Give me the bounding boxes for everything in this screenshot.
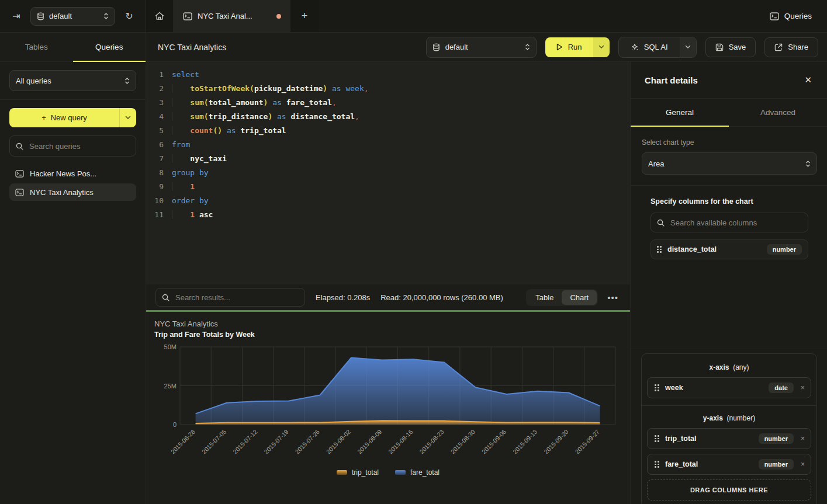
more-options-icon[interactable]: ••• xyxy=(604,292,622,303)
share-button[interactable]: Share xyxy=(764,37,818,57)
details-tab-advanced[interactable]: Advanced xyxy=(729,99,827,126)
chart-type-value: Area xyxy=(648,159,664,168)
editor-line[interactable]: 8group by xyxy=(146,166,630,180)
chart-title: NYC Taxi Analytics xyxy=(154,319,218,328)
column-type-badge: number xyxy=(767,244,802,255)
svg-text:0: 0 xyxy=(173,421,177,428)
editor-line[interactable]: 2 toStartOfWeek(pickup_datetime) as week… xyxy=(146,82,630,96)
tab-title: NYC Taxi Anal... xyxy=(198,12,252,20)
home-tab-button[interactable] xyxy=(146,0,174,32)
new-query-dropdown[interactable] xyxy=(119,108,136,127)
updown-chevron-icon xyxy=(525,43,530,51)
database-icon xyxy=(37,12,44,20)
svg-text:2015-07-26: 2015-07-26 xyxy=(293,428,321,456)
drag-handle-icon[interactable] xyxy=(655,384,659,391)
search-results-box xyxy=(155,288,305,307)
queries-label: Queries xyxy=(784,12,812,20)
sql-editor[interactable]: 1select2 toStartOfWeek(pickup_datetime) … xyxy=(146,62,630,284)
search-queries-input[interactable] xyxy=(28,141,130,151)
details-tab-general[interactable]: General xyxy=(631,99,729,126)
legend-item-trip_total[interactable]: trip_total xyxy=(337,468,379,477)
svg-text:2015-08-23: 2015-08-23 xyxy=(418,428,445,456)
view-toggle-chart[interactable]: Chart xyxy=(562,290,597,305)
tab-nyc-taxi-analytics[interactable]: NYC Taxi Anal... xyxy=(174,0,290,32)
search-queries-box xyxy=(9,135,136,157)
editor-line[interactable]: 10order by xyxy=(146,194,630,208)
line-number: 9 xyxy=(146,180,164,194)
drag-handle-icon[interactable] xyxy=(657,246,662,253)
svg-text:2015-07-05: 2015-07-05 xyxy=(200,428,228,456)
column-row-trip_total[interactable]: trip_totalnumber× xyxy=(647,428,811,449)
drag-handle-icon[interactable] xyxy=(655,435,659,442)
area-chart[interactable]: 025M50M2015-06-282015-07-052015-07-12201… xyxy=(146,343,630,467)
editor-line[interactable]: 6from xyxy=(146,138,630,152)
svg-text:2015-08-30: 2015-08-30 xyxy=(449,428,476,456)
column-name: trip_total xyxy=(665,435,753,443)
line-number: 3 xyxy=(146,96,164,110)
sidebar-tabs: TablesQueries xyxy=(0,33,146,62)
query-terminal-icon xyxy=(15,189,24,196)
close-icon[interactable]: ✕ xyxy=(801,74,815,86)
sidebar-query-item[interactable]: Hacker News Pos... xyxy=(9,165,136,182)
sql-ai-dropdown[interactable] xyxy=(680,37,696,57)
query-terminal-icon xyxy=(183,12,192,20)
saved-query-list: Hacker News Pos...NYC Taxi Analytics xyxy=(9,165,136,201)
collapse-sidebar-icon[interactable]: ⇥ xyxy=(8,8,25,25)
elapsed-time: Elapsed: 0.208s xyxy=(316,293,370,302)
queries-link[interactable]: Queries xyxy=(755,0,827,32)
chart-subtitle: Trip and Fare Totals by Week xyxy=(154,331,255,339)
run-button[interactable]: Run xyxy=(545,37,593,57)
legend-swatch xyxy=(395,470,406,475)
column-type-badge: date xyxy=(769,383,794,393)
refresh-icon[interactable]: ↻ xyxy=(121,8,137,25)
details-panel-title: Chart details xyxy=(645,75,698,85)
sql-ai-button[interactable]: SQL AI xyxy=(619,37,680,57)
database-icon xyxy=(432,43,440,51)
legend-item-fare_total[interactable]: fare_total xyxy=(395,468,440,477)
toolbar-database-selector[interactable]: default xyxy=(426,37,537,58)
editor-line[interactable]: 7 nyc_taxi xyxy=(146,152,630,166)
save-button[interactable]: Save xyxy=(705,37,756,57)
editor-line[interactable]: 9 1 xyxy=(146,180,630,194)
column-row-week[interactable]: weekdate× xyxy=(647,377,811,398)
editor-line[interactable]: 1select xyxy=(146,68,630,82)
view-toggle-table[interactable]: Table xyxy=(527,290,562,305)
remove-column-icon[interactable]: × xyxy=(800,384,806,392)
sidebar-tab-queries[interactable]: Queries xyxy=(73,33,146,61)
drag-columns-dropzone[interactable]: DRAG COLUMNS HERE xyxy=(647,479,811,500)
column-name: distance_total xyxy=(667,245,761,253)
run-options-dropdown[interactable] xyxy=(593,37,610,57)
query-filter-select[interactable]: All queries xyxy=(9,70,136,91)
editor-line[interactable]: 11 1 asc xyxy=(146,208,630,222)
sidebar-tab-tables[interactable]: Tables xyxy=(0,33,73,61)
new-tab-button[interactable]: + xyxy=(290,0,319,32)
editor-line[interactable]: 4 sum(trip_distance) as distance_total, xyxy=(146,110,630,124)
search-results-input[interactable] xyxy=(174,293,299,303)
database-selector[interactable]: default xyxy=(30,7,115,26)
new-query-button[interactable]: + New query xyxy=(9,108,136,127)
drag-handle-icon[interactable] xyxy=(655,461,659,468)
results-toolbar: Elapsed: 0.208s Read: 20,000,000 rows (2… xyxy=(146,284,630,310)
column-row-distance_total[interactable]: distance_totalnumber xyxy=(650,239,808,259)
home-icon xyxy=(155,12,164,20)
column-row-fare_total[interactable]: fare_totalnumber× xyxy=(647,454,811,475)
rows-read: Read: 20,000,000 rows (260.00 MB) xyxy=(380,293,503,302)
chart-details-panel: Chart details ✕ GeneralAdvanced Select c… xyxy=(630,62,827,504)
editor-line[interactable]: 3 sum(total_amount) as fare_total, xyxy=(146,96,630,110)
run-label: Run xyxy=(568,43,582,51)
new-query-label: New query xyxy=(51,113,87,122)
search-columns-input[interactable] xyxy=(669,218,802,228)
svg-text:2015-08-09: 2015-08-09 xyxy=(356,428,383,456)
remove-column-icon[interactable]: × xyxy=(800,460,806,468)
column-name: fare_total xyxy=(665,460,753,468)
svg-text:2015-09-20: 2015-09-20 xyxy=(542,428,570,456)
updown-chevron-icon xyxy=(103,12,109,20)
sidebar-query-item[interactable]: NYC Taxi Analytics xyxy=(9,183,136,201)
line-number: 1 xyxy=(146,68,164,82)
chart-type-select[interactable]: Area xyxy=(642,152,817,175)
editor-line[interactable]: 5 count() as trip_total xyxy=(146,124,630,138)
svg-text:2015-07-12: 2015-07-12 xyxy=(231,428,259,456)
sql-ai-button-group: SQL AI xyxy=(618,37,697,58)
remove-column-icon[interactable]: × xyxy=(800,435,806,443)
legend-swatch xyxy=(337,470,347,475)
